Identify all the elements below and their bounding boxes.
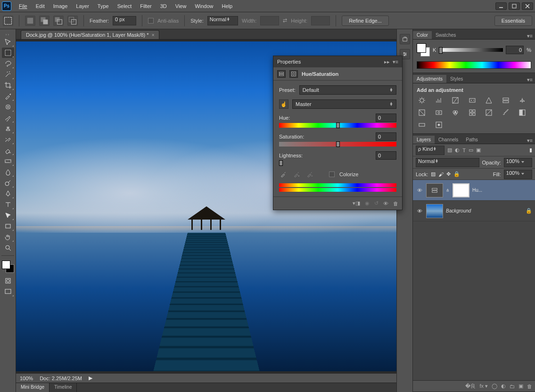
- lock-all-icon[interactable]: 🔒: [453, 171, 460, 177]
- selection-add-icon[interactable]: [39, 16, 49, 26]
- saturation-value[interactable]: 0: [376, 132, 396, 141]
- crop-tool[interactable]: [2, 80, 14, 90]
- delete-layer-icon[interactable]: 🗑: [527, 384, 532, 389]
- menu-select[interactable]: Select: [114, 1, 136, 11]
- eyedropper-subtract-icon[interactable]: [305, 170, 314, 179]
- reset-icon[interactable]: ↺: [374, 200, 379, 206]
- hand-tool[interactable]: [2, 232, 14, 242]
- targeted-adjustment-icon[interactable]: ☝: [279, 99, 288, 109]
- channel-select[interactable]: Master▲▼: [292, 99, 396, 109]
- delete-adjustment-icon[interactable]: 🗑: [393, 201, 398, 206]
- gradient-tool[interactable]: [2, 156, 14, 166]
- panel-menu-icon[interactable]: ▾≡: [525, 33, 535, 39]
- levels-icon[interactable]: [434, 96, 444, 105]
- path-selection-tool[interactable]: [2, 210, 14, 220]
- antialias-checkbox[interactable]: [148, 18, 154, 24]
- zoom-tool[interactable]: [2, 243, 14, 253]
- color-swatches[interactable]: [2, 261, 14, 273]
- timeline-tab[interactable]: Timeline: [49, 383, 77, 392]
- zoom-level[interactable]: 100%: [20, 376, 33, 381]
- layer-name[interactable]: Background: [446, 208, 523, 213]
- filter-toggle[interactable]: ▮: [529, 147, 532, 153]
- panel-menu-icon[interactable]: ▾≡: [393, 59, 398, 65]
- new-group-icon[interactable]: 🗀: [510, 384, 515, 389]
- color-swatch-pair[interactable]: [417, 43, 430, 57]
- marquee-tool[interactable]: [2, 48, 14, 58]
- menu-file[interactable]: File: [15, 1, 31, 11]
- color-tab[interactable]: Color: [413, 31, 432, 39]
- toggle-visibility-icon[interactable]: 👁: [383, 201, 388, 206]
- doc-size[interactable]: Doc: 2.25M/2.25M: [40, 376, 82, 381]
- lightness-value[interactable]: 0: [376, 151, 396, 160]
- move-tool[interactable]: [2, 37, 14, 47]
- hue-saturation-icon[interactable]: [501, 96, 511, 105]
- adjustment-type-icon[interactable]: [277, 70, 286, 78]
- blur-tool[interactable]: [2, 167, 14, 177]
- menu-image[interactable]: Image: [49, 1, 72, 11]
- quick-mask-tool[interactable]: [2, 276, 14, 286]
- panel-menu-icon[interactable]: ▾≡: [525, 138, 535, 144]
- properties-title-bar[interactable]: Properties ▸▸ ▾≡: [273, 56, 402, 67]
- layer-thumb[interactable]: [426, 204, 443, 218]
- brush-tool[interactable]: [2, 113, 14, 123]
- threshold-icon[interactable]: [517, 108, 527, 117]
- menu-type[interactable]: Type: [94, 1, 113, 11]
- channel-mixer-icon[interactable]: [450, 108, 461, 117]
- paths-tab[interactable]: Paths: [462, 136, 482, 144]
- layer-row[interactable]: 👁 Background 🔒: [413, 201, 535, 221]
- new-layer-icon[interactable]: ▣: [519, 383, 523, 389]
- close-tab-icon[interactable]: ×: [152, 33, 155, 38]
- clip-to-layer-icon[interactable]: ▾◨: [353, 200, 360, 206]
- foreground-color-swatch[interactable]: [2, 261, 10, 269]
- layer-mask-thumb[interactable]: [453, 183, 469, 197]
- layer-name[interactable]: Hu...: [472, 188, 532, 193]
- invert-icon[interactable]: [484, 108, 494, 117]
- layer-fx-icon[interactable]: fx ▾: [479, 383, 488, 389]
- k-slider[interactable]: [439, 48, 503, 52]
- adjustment-thumb[interactable]: [426, 183, 443, 197]
- lock-transparent-icon[interactable]: ▨: [431, 171, 436, 177]
- document-tab[interactable]: Dock.jpg @ 100% (Hue/Saturation 1, Layer…: [21, 30, 159, 39]
- eraser-tool[interactable]: [2, 145, 14, 155]
- feather-input[interactable]: 0 px: [113, 16, 136, 25]
- opacity-input[interactable]: 100%: [504, 158, 532, 167]
- preset-select[interactable]: Default▲▼: [299, 85, 396, 95]
- layer-row[interactable]: 👁 ⋔ Hu...: [413, 180, 535, 201]
- color-lookup-icon[interactable]: [467, 108, 477, 117]
- curves-icon[interactable]: [450, 96, 461, 105]
- adjustments-tab[interactable]: Adjustments: [413, 75, 446, 83]
- colorize-checkbox[interactable]: [329, 172, 335, 177]
- layers-tab[interactable]: Layers: [413, 136, 435, 144]
- brightness-contrast-icon[interactable]: [417, 96, 427, 105]
- eyedropper-add-icon[interactable]: [292, 170, 301, 179]
- styles-tab[interactable]: Styles: [446, 75, 467, 83]
- current-tool-icon[interactable]: [3, 16, 13, 26]
- type-tool[interactable]: [2, 199, 14, 210]
- window-minimize-button[interactable]: [495, 2, 507, 10]
- refine-edge-button[interactable]: Refine Edge...: [342, 16, 389, 26]
- menu-view[interactable]: View: [172, 1, 190, 11]
- screen-mode-tool[interactable]: [2, 286, 14, 297]
- workspace-switcher[interactable]: Essentials: [494, 16, 532, 26]
- filter-smart-icon[interactable]: ▣: [476, 147, 481, 153]
- filter-type-icon[interactable]: T: [462, 147, 466, 153]
- menu-layer[interactable]: Layer: [72, 1, 93, 11]
- status-menu-icon[interactable]: ▶: [89, 375, 92, 381]
- filter-shape-icon[interactable]: ▭: [469, 147, 473, 153]
- menu-3d[interactable]: 3D: [156, 1, 171, 11]
- rectangle-tool[interactable]: [2, 221, 14, 231]
- new-adjustment-icon[interactable]: ◐: [501, 383, 506, 389]
- lock-position-icon[interactable]: ✥: [446, 171, 451, 177]
- selection-new-icon[interactable]: [25, 16, 35, 26]
- menu-help[interactable]: Help: [218, 1, 237, 11]
- menu-filter[interactable]: Filter: [136, 1, 155, 11]
- blend-mode-select[interactable]: Normal▲▼: [416, 158, 479, 167]
- tools-grip[interactable]: ››: [0, 32, 16, 37]
- fill-input[interactable]: 100%: [504, 170, 532, 179]
- vibrance-icon[interactable]: [484, 96, 494, 105]
- style-select[interactable]: Normal▲▼: [207, 16, 238, 25]
- magic-wand-tool[interactable]: [2, 69, 14, 80]
- filter-kind-select[interactable]: ρ Kind▲▼: [416, 146, 444, 155]
- selection-subtract-icon[interactable]: [53, 16, 64, 26]
- visibility-toggle-icon[interactable]: 👁: [416, 208, 423, 214]
